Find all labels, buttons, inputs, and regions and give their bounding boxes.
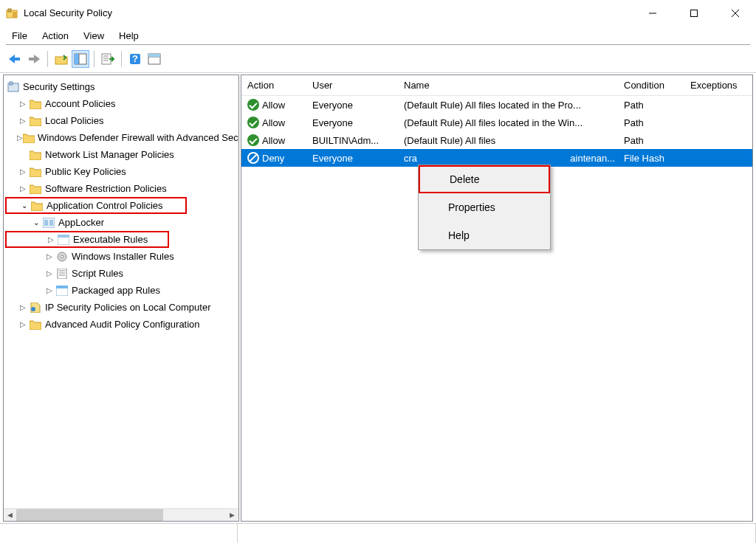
col-header-action[interactable]: Action — [241, 80, 306, 91]
svg-rect-6 — [14, 58, 20, 60]
allow-icon — [247, 117, 259, 128]
tree-panel: Security Settings ▷ Account Policies ▷ L… — [3, 75, 239, 522]
menu-file[interactable]: File — [4, 29, 35, 43]
app-icon — [6, 7, 18, 19]
svg-rect-3 — [691, 10, 698, 16]
cell-user: Everyone — [306, 153, 398, 164]
expand-icon[interactable]: ▷ — [17, 132, 23, 144]
tree-label: Public Key Policies — [45, 166, 126, 177]
col-header-exceptions[interactable]: Exceptions — [684, 80, 752, 91]
tree-root-label: Security Settings — [23, 81, 95, 92]
folder-icon — [29, 319, 42, 331]
cell-action: Allow — [262, 117, 285, 128]
show-hide-tree-button[interactable] — [72, 50, 89, 68]
context-help[interactable]: Help — [419, 221, 550, 249]
cell-action: Deny — [262, 153, 284, 164]
tree-packaged-app-rules[interactable]: ▷ Packaged app Rules — [4, 282, 238, 299]
tree-network-list[interactable]: Network List Manager Policies — [4, 146, 238, 163]
list-body: Allow Everyone (Default Rule) All files … — [241, 96, 752, 167]
toolbar: ? — [0, 45, 756, 73]
statusbar — [0, 523, 756, 543]
window-title: Local Security Policy — [24, 7, 632, 18]
cell-name: (Default Rule) All files located in the … — [398, 117, 618, 128]
ip-security-icon — [29, 302, 42, 314]
minimize-button[interactable] — [632, 0, 673, 26]
col-header-name[interactable]: Name — [398, 80, 618, 91]
tree-local-policies[interactable]: ▷ Local Policies — [4, 112, 238, 129]
up-button[interactable] — [52, 50, 70, 68]
menu-view[interactable]: View — [76, 29, 111, 43]
cell-name: (Default Rule) All files — [398, 135, 618, 146]
tree-label: Account Policies — [45, 98, 115, 109]
tree-label: AppLocker — [58, 217, 104, 228]
folder-icon — [29, 98, 42, 110]
expand-placeholder — [17, 149, 29, 161]
tree-app-control[interactable]: ⌄ Application Control Policies — [5, 197, 187, 214]
svg-rect-25 — [49, 220, 53, 226]
scroll-left-arrow[interactable]: ◀ — [4, 509, 16, 521]
back-button[interactable] — [6, 50, 24, 68]
list-row-1[interactable]: Allow Everyone (Default Rule) All files … — [241, 114, 752, 131]
tree-root[interactable]: Security Settings — [4, 78, 238, 95]
applocker-icon — [42, 217, 55, 229]
close-button[interactable] — [715, 0, 756, 26]
expand-icon[interactable]: ▷ — [44, 251, 55, 263]
tree-defender-firewall[interactable]: ▷ Windows Defender Firewall with Advance… — [4, 129, 238, 146]
col-header-user[interactable]: User — [306, 80, 398, 91]
svg-text:?: ? — [132, 53, 138, 64]
tree-ip-security[interactable]: ▷ IP Security Policies on Local Computer — [4, 299, 238, 316]
forward-button[interactable] — [25, 50, 43, 68]
tree-account-policies[interactable]: ▷ Account Policies — [4, 95, 238, 112]
expand-icon[interactable]: ▷ — [45, 234, 57, 246]
expand-icon[interactable]: ▷ — [17, 98, 29, 110]
cell-condition: Path — [618, 100, 684, 111]
menu-help[interactable]: Help — [111, 29, 146, 43]
expand-icon[interactable]: ▷ — [17, 166, 29, 178]
export-list-button[interactable] — [99, 50, 117, 68]
expand-icon[interactable]: ▷ — [44, 285, 55, 297]
help-button[interactable]: ? — [126, 50, 144, 68]
list-row-0[interactable]: Allow Everyone (Default Rule) All files … — [241, 96, 752, 114]
tree-script-rules[interactable]: ▷ Script Rules — [4, 265, 238, 282]
tree-public-key[interactable]: ▷ Public Key Policies — [4, 163, 238, 180]
expand-icon[interactable]: ▷ — [44, 268, 55, 280]
menu-action[interactable]: Action — [35, 29, 76, 43]
tree-horizontal-scrollbar[interactable]: ◀ ▶ — [4, 508, 238, 521]
expand-icon[interactable]: ▷ — [17, 302, 29, 314]
status-cell-right — [238, 524, 756, 543]
expand-icon[interactable]: ▷ — [17, 183, 29, 195]
tree-software-restriction[interactable]: ▷ Software Restriction Policies — [4, 180, 238, 197]
cell-name: cra aintenan... — [398, 153, 618, 164]
tree-label: Script Rules — [72, 268, 123, 279]
expand-icon[interactable]: ▷ — [17, 319, 29, 331]
menubar: File Action View Help — [0, 27, 756, 44]
collapse-icon[interactable]: ⌄ — [18, 200, 30, 212]
cell-condition: File Hash — [618, 153, 684, 164]
scroll-right-arrow[interactable]: ▶ — [226, 509, 238, 521]
tree-windows-installer-rules[interactable]: ▷ Windows Installer Rules — [4, 248, 238, 265]
col-header-condition[interactable]: Condition — [618, 80, 684, 91]
tree-advanced-audit[interactable]: ▷ Advanced Audit Policy Configuration — [4, 316, 238, 333]
tree-executable-rules[interactable]: ▷ Executable Rules — [5, 231, 169, 248]
context-properties[interactable]: Properties — [419, 193, 550, 221]
scroll-thumb[interactable] — [16, 509, 163, 521]
allow-icon — [247, 134, 259, 146]
list-header: Action User Name Condition Exceptions — [241, 75, 752, 96]
status-cell-left — [0, 524, 238, 543]
deny-icon — [247, 152, 259, 164]
action-pane-button[interactable] — [145, 50, 163, 68]
svg-rect-10 — [75, 54, 79, 64]
list-row-2[interactable]: Allow BUILTIN\Adm... (Default Rule) All … — [241, 131, 752, 149]
titlebar: Local Security Policy — [0, 0, 756, 27]
installer-icon — [55, 251, 69, 263]
cell-name-left: cra — [404, 153, 417, 164]
collapse-icon[interactable]: ⌄ — [30, 217, 42, 229]
maximize-button[interactable] — [673, 0, 715, 26]
cell-action: Allow — [262, 100, 285, 111]
tree-applocker[interactable]: ⌄ AppLocker — [4, 214, 238, 231]
expand-icon[interactable]: ▷ — [17, 115, 29, 127]
tree-label: Network List Manager Policies — [45, 149, 174, 160]
svg-rect-1 — [8, 9, 11, 12]
list-panel: Action User Name Condition Exceptions Al… — [241, 75, 753, 522]
context-delete[interactable]: Delete — [419, 165, 550, 193]
